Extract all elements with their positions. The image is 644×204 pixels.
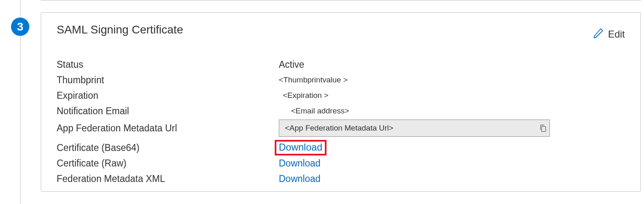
- label-thumbprint: Thumbprint: [57, 75, 279, 86]
- row-status: Status Active: [57, 57, 625, 72]
- value-status: Active: [279, 59, 304, 70]
- label-cert-base64: Certificate (Base64): [57, 142, 279, 153]
- card-header: SAML Signing Certificate Edit: [57, 23, 625, 41]
- copy-icon[interactable]: [538, 123, 548, 133]
- metadata-url-field[interactable]: <App Federation Metadata Url>: [279, 120, 550, 137]
- download-cert-raw-link[interactable]: Download: [279, 158, 320, 169]
- highlight-download-base64: Download: [275, 140, 326, 155]
- label-status: Status: [57, 59, 279, 70]
- step-number-badge: 3: [11, 18, 29, 36]
- pencil-icon: [593, 27, 604, 41]
- fields-container: Status Active Thumbprint <Thumbprintvalu…: [57, 57, 625, 186]
- label-metadata-url: App Federation Metadata Url: [57, 123, 279, 134]
- label-fed-xml: Federation Metadata XML: [57, 173, 279, 184]
- label-cert-raw: Certificate (Raw): [57, 158, 279, 169]
- row-cert-base64: Certificate (Base64) Download: [57, 140, 625, 155]
- step-number: 3: [17, 20, 24, 33]
- row-thumbprint: Thumbprint <Thumbprintvalue >: [57, 72, 625, 88]
- row-fed-xml: Federation Metadata XML Download: [57, 171, 625, 186]
- edit-label: Edit: [608, 29, 625, 40]
- download-cert-base64-link[interactable]: Download: [279, 142, 322, 153]
- svg-rect-0: [542, 126, 546, 132]
- label-notification-email: Notification Email: [57, 106, 279, 117]
- label-expiration: Expiration: [57, 90, 279, 101]
- row-notification-email: Notification Email <Email address>: [57, 103, 625, 119]
- card-title: SAML Signing Certificate: [57, 23, 183, 36]
- value-expiration: <Expiration >: [283, 91, 329, 100]
- metadata-url-value: <App Federation Metadata Url>: [285, 124, 538, 133]
- value-notification-email: <Email address>: [291, 106, 349, 115]
- download-fed-xml-link[interactable]: Download: [279, 173, 320, 184]
- row-metadata-url: App Federation Metadata Url <App Federat…: [57, 120, 625, 137]
- row-cert-raw: Certificate (Raw) Download: [57, 155, 625, 171]
- previous-section-divider: [41, 0, 641, 1]
- value-thumbprint: <Thumbprintvalue >: [279, 75, 348, 84]
- saml-signing-certificate-card: SAML Signing Certificate Edit Status Act…: [41, 12, 641, 192]
- edit-button[interactable]: Edit: [593, 27, 625, 41]
- row-expiration: Expiration <Expiration >: [57, 88, 625, 103]
